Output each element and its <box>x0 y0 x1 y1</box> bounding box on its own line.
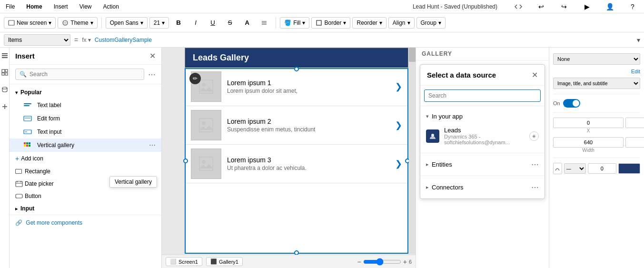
insert-panel: Insert ✕ 🔍 ⋯ ▾ Popular Text label <box>10 48 162 268</box>
ds-search-input[interactable] <box>424 89 541 102</box>
zoom-in-btn[interactable]: + <box>403 258 407 266</box>
group-btn[interactable]: Group ▾ <box>416 17 446 29</box>
property-select[interactable]: Items <box>4 34 70 46</box>
formula-input[interactable] <box>95 34 633 46</box>
ds-dialog-header: Select a data source ✕ <box>420 65 545 86</box>
gallery-item-2[interactable]: Lorem ipsum 2 Suspendisse enim metus, ti… <box>185 106 408 145</box>
font-size-btn[interactable]: 21 ▾ <box>149 17 169 29</box>
layers-icon-btn[interactable] <box>1 51 9 59</box>
redo-btn[interactable]: ↪ <box>556 0 572 13</box>
menu-home[interactable]: Home <box>24 2 44 11</box>
connectors-more-btn[interactable]: ⋯ <box>531 183 539 192</box>
props-number-input[interactable] <box>588 163 616 174</box>
insert-item-vertical-gallery[interactable]: Vertical gallery ⋯ <box>10 139 161 152</box>
svg-rect-11 <box>2 73 4 75</box>
add-icon-btn[interactable] <box>1 103 9 110</box>
insert-item-edit-form[interactable]: Edit form <box>10 112 161 125</box>
underline-btn[interactable]: U <box>205 16 220 30</box>
ds-section-in-your-app-header[interactable]: ▾ In your app <box>420 110 545 123</box>
theme-btn[interactable]: Theme ▾ <box>58 17 97 29</box>
new-screen-icon <box>8 20 15 26</box>
insert-more-options-btn[interactable]: ⋯ <box>148 70 156 79</box>
ds-leads-item[interactable]: Leads Dynamics 365 - softchiefsolutions@… <box>420 123 545 149</box>
insert-item-text-input[interactable]: Text input <box>10 125 161 139</box>
on-toggle[interactable] <box>563 99 580 108</box>
border-btn[interactable]: Border ▾ <box>311 17 350 29</box>
help-icon: ? <box>631 3 634 10</box>
menu-view[interactable]: View <box>78 2 94 11</box>
main-layout: Insert ✕ 🔍 ⋯ ▾ Popular Text label <box>0 48 644 268</box>
props-line-select[interactable]: — <box>564 163 586 174</box>
help-btn[interactable]: ? <box>625 0 640 13</box>
data-icon-btn[interactable] <box>1 86 9 93</box>
entities-more-btn[interactable]: ⋯ <box>531 160 539 169</box>
screen1-tab[interactable]: ⬜ Screen1 <box>166 257 202 266</box>
canvas-scrollbar[interactable] <box>409 48 416 254</box>
get-more-components-link[interactable]: 🔗 Get more components <box>15 219 82 226</box>
props-width-input[interactable] <box>553 137 624 148</box>
align-layout-btn[interactable]: Align ▾ <box>388 17 415 29</box>
fill-btn[interactable]: 🪣 Fill ▾ <box>280 17 309 29</box>
category-popular[interactable]: ▾ Popular <box>10 86 161 99</box>
codev-icon-btn[interactable] <box>511 0 526 13</box>
edit-pencil-icon[interactable]: ✏ <box>189 73 201 84</box>
vertical-gallery-more-btn[interactable]: ⋯ <box>149 141 156 149</box>
insert-item-text-label[interactable]: Text label <box>10 99 161 112</box>
font-color-btn[interactable]: A <box>239 16 255 30</box>
italic-btn[interactable]: I <box>188 16 203 30</box>
props-none-row: None <box>553 51 640 67</box>
new-screen-btn[interactable]: New screen ▾ <box>4 17 56 29</box>
plus-icon: + <box>15 155 19 162</box>
svg-rect-9 <box>2 69 5 72</box>
formula-bar: Items = fx ▾ ▾ <box>0 32 644 48</box>
button-item-icon <box>15 193 23 199</box>
menu-action[interactable]: Action <box>101 2 121 11</box>
gallery-item-3[interactable]: Lorem ipsum 3 Ut pharetra a dolor ac veh… <box>185 145 408 183</box>
datasource-panel: GALLERY Select a data source ✕ ▾ In your… <box>416 48 549 268</box>
undo-btn[interactable]: ↩ <box>534 0 549 13</box>
user-btn[interactable]: 👤 <box>602 0 617 13</box>
svg-point-38 <box>202 160 206 164</box>
zoom-slider[interactable] <box>363 258 401 266</box>
menu-file[interactable]: File <box>4 2 17 11</box>
props-none-select[interactable]: None <box>553 53 640 65</box>
props-layout-select[interactable]: Image, title, and subtitle <box>553 78 640 89</box>
font-btn[interactable]: Open Sans ▾ <box>106 17 148 29</box>
props-height-input[interactable] <box>625 137 644 148</box>
formula-expand-icon[interactable]: ▾ <box>637 36 640 44</box>
insert-item-add-icon[interactable]: + Add icon <box>10 152 161 165</box>
props-y-input[interactable] <box>625 118 644 128</box>
props-x-input[interactable] <box>553 118 624 128</box>
data-icon <box>1 86 8 93</box>
strikethrough-btn[interactable]: S <box>222 16 238 30</box>
canvas-scrollbar-thumb[interactable] <box>409 48 416 62</box>
popular-chevron-icon: ▾ <box>15 90 18 95</box>
ds-section-connectors-header[interactable]: ▸ Connectors ⋯ <box>420 180 545 195</box>
props-style-btn[interactable] <box>553 163 562 174</box>
play-btn[interactable]: ▶ <box>579 0 594 13</box>
insert-item-button[interactable]: Button <box>10 190 161 202</box>
ds-section-entities-header[interactable]: ▸ Entities ⋯ <box>420 157 545 172</box>
props-color-btn[interactable] <box>618 163 640 174</box>
zoom-out-btn[interactable]: − <box>357 258 361 266</box>
svg-rect-24 <box>29 142 30 144</box>
align-btn[interactable] <box>257 16 272 30</box>
insert-search-box[interactable]: 🔍 <box>15 69 144 80</box>
components-icon-btn[interactable] <box>1 69 9 76</box>
insert-list: ▾ Popular Text label Edit form <box>10 84 161 268</box>
insert-close-btn[interactable]: ✕ <box>149 51 156 60</box>
gallery-item-3-chevron-icon: ❯ <box>395 159 402 169</box>
rectangle-icon <box>15 169 22 174</box>
reorder-btn[interactable]: Reorder ▾ <box>352 17 386 29</box>
insert-search-input[interactable] <box>30 71 140 78</box>
gallery1-tab[interactable]: ⬛ Gallery1 <box>206 257 243 266</box>
bold-btn[interactable]: B <box>171 16 186 30</box>
category-input[interactable]: ▸ Input <box>10 202 161 215</box>
gallery-item-1[interactable]: Lorem ipsum 1 Lorem ipsum dolor sit amet… <box>185 68 408 106</box>
props-edit-link[interactable]: Edit <box>631 69 640 74</box>
ds-dialog-close-btn[interactable]: ✕ <box>532 70 538 79</box>
props-divider-1 <box>553 94 640 94</box>
redo-icon: ↪ <box>561 3 567 10</box>
entities-chevron-icon: ▸ <box>426 161 429 168</box>
menu-insert[interactable]: Insert <box>52 2 70 11</box>
